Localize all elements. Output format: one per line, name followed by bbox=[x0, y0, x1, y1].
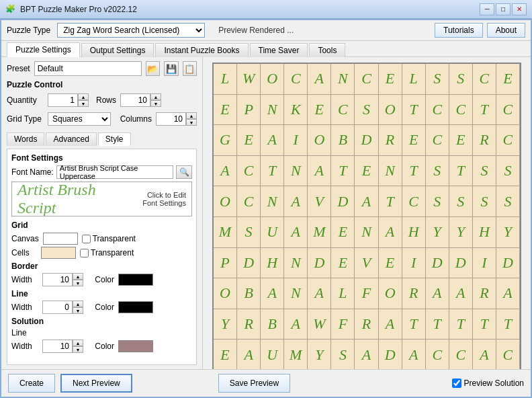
canvas-color-swatch[interactable] bbox=[43, 233, 78, 245]
puzzle-cell: C bbox=[473, 64, 496, 95]
puzzle-cell: T bbox=[331, 156, 355, 187]
border-width-input[interactable] bbox=[42, 273, 73, 286]
about-button[interactable]: About bbox=[487, 23, 525, 38]
solution-color-label: Color bbox=[87, 342, 114, 351]
line-width-input-group: ▲ ▼ bbox=[42, 301, 83, 314]
tab-puzzle-settings[interactable]: Puzzle Settings bbox=[7, 42, 80, 57]
columns-down[interactable]: ▼ bbox=[186, 119, 197, 126]
minimize-button[interactable]: ─ bbox=[480, 3, 494, 15]
tutorials-button[interactable]: Tutorials bbox=[435, 23, 483, 38]
solution-width-input[interactable] bbox=[42, 340, 73, 353]
preset-open-button[interactable]: 📂 bbox=[146, 61, 160, 76]
next-preview-button[interactable]: Next Preview bbox=[60, 374, 132, 393]
solution-section: Solution Line Width ▲ ▼ Color bbox=[11, 317, 192, 353]
inner-tab-style[interactable]: Style bbox=[98, 132, 131, 146]
puzzle-cell: A bbox=[214, 156, 237, 187]
puzzle-cell: T bbox=[402, 95, 426, 126]
puzzle-cell: C bbox=[331, 95, 355, 126]
app-icon: 🧩 bbox=[5, 4, 16, 15]
columns-spinners: ▲ ▼ bbox=[186, 112, 197, 126]
solution-line-width-row: Width ▲ ▼ Color bbox=[11, 340, 192, 353]
puzzle-type-select[interactable]: Zig Zag Word Search (Licensed) bbox=[57, 23, 205, 38]
quantity-down[interactable]: ▼ bbox=[78, 100, 89, 107]
puzzle-cell: Y bbox=[214, 309, 237, 340]
line-color-label: Color bbox=[87, 303, 114, 312]
line-width-input[interactable] bbox=[42, 301, 73, 314]
puzzle-cell: N bbox=[331, 64, 355, 95]
puzzle-cell: A bbox=[379, 217, 402, 248]
font-name-label: Font Name: bbox=[11, 167, 54, 177]
preset-input[interactable] bbox=[34, 61, 142, 76]
tab-output-settings[interactable]: Output Settings bbox=[81, 43, 154, 57]
font-preview-box[interactable]: Artist Brush Script Click to EditFont Se… bbox=[11, 182, 192, 216]
tab-tools[interactable]: Tools bbox=[309, 43, 345, 57]
quantity-row: Quantity ▲ ▼ Rows ▲ ▼ bbox=[7, 93, 197, 107]
inner-tab-advanced[interactable]: Advanced bbox=[46, 132, 96, 146]
border-color-swatch[interactable] bbox=[118, 274, 153, 286]
columns-up[interactable]: ▲ bbox=[186, 112, 197, 119]
inner-tab-words[interactable]: Words bbox=[7, 132, 44, 146]
puzzle-cell: A bbox=[284, 186, 308, 217]
line-color-swatch[interactable] bbox=[118, 301, 153, 313]
puzzle-cell: M bbox=[308, 217, 331, 248]
rows-down[interactable]: ▼ bbox=[150, 100, 161, 107]
puzzle-cell: R bbox=[379, 125, 402, 156]
quantity-input-group: ▲ ▼ bbox=[48, 93, 89, 107]
puzzle-cell: E bbox=[331, 217, 355, 248]
puzzle-cell: A bbox=[237, 340, 261, 369]
puzzle-cell: E bbox=[496, 64, 520, 95]
top-tabs: Puzzle Settings Output Settings Instant … bbox=[1, 41, 531, 57]
canvas-label: Canvas bbox=[11, 234, 39, 243]
line-width-up[interactable]: ▲ bbox=[73, 301, 83, 307]
cells-transparent-checkbox[interactable] bbox=[80, 249, 89, 257]
puzzle-cell: S bbox=[426, 156, 449, 187]
cells-label: Cells bbox=[11, 248, 37, 257]
font-search-button[interactable]: 🔍 bbox=[176, 165, 192, 179]
preset-save-button[interactable]: 💾 bbox=[164, 61, 178, 76]
puzzle-cell: N bbox=[284, 278, 308, 309]
puzzle-cell: C bbox=[449, 340, 473, 369]
border-width-down[interactable]: ▼ bbox=[73, 280, 83, 286]
border-width-up[interactable]: ▲ bbox=[73, 273, 83, 280]
cells-color-swatch[interactable] bbox=[41, 247, 76, 259]
puzzle-cell: N bbox=[261, 95, 284, 126]
quantity-up[interactable]: ▲ bbox=[78, 93, 89, 100]
canvas-row: Canvas Transparent bbox=[11, 233, 192, 245]
puzzle-cell: D bbox=[496, 248, 520, 279]
canvas-transparent-checkbox[interactable] bbox=[82, 235, 91, 243]
puzzle-cell: T bbox=[426, 309, 449, 340]
preset-save-as-button[interactable]: 📋 bbox=[183, 61, 197, 76]
create-button[interactable]: Create bbox=[8, 374, 55, 393]
preview-solution-checkbox[interactable] bbox=[452, 379, 461, 388]
puzzle-cell: S bbox=[355, 95, 378, 126]
puzzle-cell: E bbox=[308, 95, 331, 126]
puzzle-cell: C bbox=[426, 125, 449, 156]
puzzle-cell: B bbox=[261, 309, 284, 340]
solution-width-down[interactable]: ▼ bbox=[73, 346, 83, 353]
puzzle-cell: R bbox=[237, 309, 261, 340]
grid-type-select[interactable]: Squares bbox=[48, 112, 111, 126]
solution-width-up[interactable]: ▲ bbox=[73, 340, 83, 346]
columns-input[interactable] bbox=[156, 112, 186, 126]
solution-line-title: Line bbox=[11, 328, 192, 337]
close-button[interactable]: ✕ bbox=[512, 3, 527, 15]
rows-up[interactable]: ▲ bbox=[150, 93, 161, 100]
solution-color-swatch[interactable] bbox=[118, 340, 153, 352]
tab-time-saver[interactable]: Time Saver bbox=[250, 43, 308, 57]
border-width-input-group: ▲ ▼ bbox=[42, 273, 83, 286]
tab-instant-puzzle-books[interactable]: Instant Puzzle Books bbox=[155, 43, 248, 57]
maximize-button[interactable]: □ bbox=[496, 3, 511, 15]
puzzle-cell: T bbox=[473, 309, 496, 340]
quantity-input[interactable] bbox=[48, 93, 78, 107]
puzzle-cell: A bbox=[355, 340, 378, 369]
puzzle-cell: Y bbox=[449, 217, 473, 248]
puzzle-cell: E bbox=[355, 156, 378, 187]
bottom-right: Preview Solution bbox=[452, 379, 524, 388]
save-preview-button[interactable]: Save Preview bbox=[218, 374, 290, 393]
puzzle-cell: Y bbox=[426, 217, 449, 248]
line-width-down[interactable]: ▼ bbox=[73, 307, 83, 314]
rows-input[interactable] bbox=[120, 93, 150, 107]
inner-tabs: Words Advanced Style bbox=[7, 132, 197, 146]
puzzle-cell: W bbox=[308, 309, 331, 340]
puzzle-cell: A bbox=[284, 309, 308, 340]
